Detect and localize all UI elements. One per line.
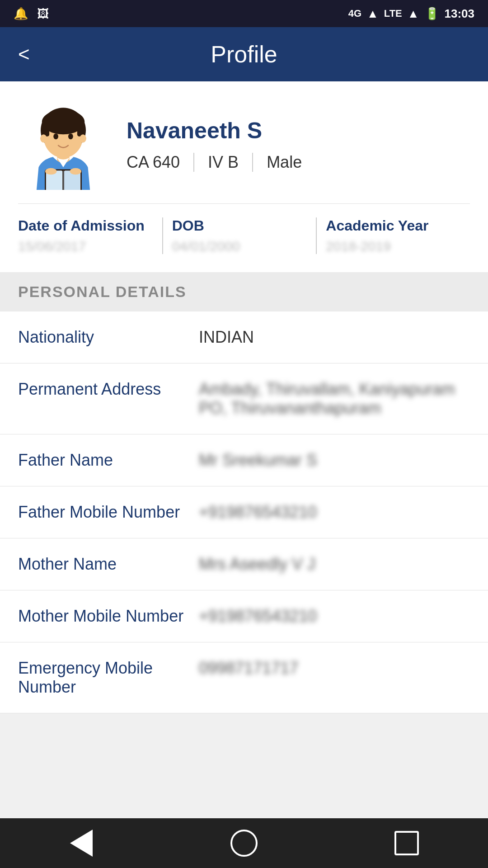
back-nav-button[interactable] <box>63 825 99 861</box>
recents-nav-icon <box>394 831 419 855</box>
academic-year-label: Academic Year <box>326 217 461 234</box>
detail-row: Father NameMr Sreekumar S <box>0 434 488 486</box>
detail-row: Mother Mobile Number+919876543210 <box>0 590 488 642</box>
detail-label-4: Mother Name <box>18 555 199 574</box>
academic-year-value: 2018-2019 <box>326 239 461 254</box>
network-4g-icon: 4G <box>348 8 361 19</box>
notification-icon: 🔔 <box>14 7 28 21</box>
detail-label-3: Father Mobile Number <box>18 503 199 522</box>
detail-value-1: Ambady, Thiruvallam, Kaniyapuram PO, Thi… <box>199 380 470 418</box>
image-icon: 🖼 <box>37 7 49 21</box>
detail-row: Mother NameMrs Aseedly V J <box>0 538 488 590</box>
detail-value-2: Mr Sreekumar S <box>199 451 470 470</box>
profile-info: Navaneeth S CA 640 IV B Male <box>127 118 470 172</box>
svg-point-5 <box>53 133 58 139</box>
svg-point-8 <box>80 134 86 142</box>
svg-point-6 <box>68 133 73 139</box>
dob-label: DOB <box>172 217 307 234</box>
svg-rect-4 <box>77 122 84 137</box>
academic-year-item: Academic Year 2018-2019 <box>317 217 470 254</box>
profile-section: Navaneeth S CA 640 IV B Male Date of Adm… <box>0 81 488 272</box>
bottom-navigation <box>0 818 488 868</box>
signal-icon-2: ▲ <box>408 7 419 21</box>
detail-label-5: Mother Mobile Number <box>18 607 199 626</box>
detail-value-5: +919876543210 <box>199 607 470 626</box>
profile-top: Navaneeth S CA 640 IV B Male <box>18 99 470 190</box>
back-button[interactable]: < <box>18 43 30 66</box>
app-header: < Profile <box>0 27 488 81</box>
detail-value-3: +919876543210 <box>199 503 470 522</box>
detail-label-2: Father Name <box>18 451 199 470</box>
admission-details-row: Date of Admission 15/06/2017 DOB 04/01/2… <box>18 203 470 254</box>
detail-value-6: 09987171717 <box>199 659 470 678</box>
profile-name: Navaneeth S <box>127 118 470 144</box>
date-of-admission-item: Date of Admission 15/06/2017 <box>18 217 163 254</box>
gender: Male <box>253 153 315 172</box>
status-right: 4G ▲ LTE ▲ 🔋 13:03 <box>348 7 474 21</box>
signal-icon: ▲ <box>367 7 379 21</box>
svg-point-7 <box>40 134 47 142</box>
detail-label-0: Nationality <box>18 328 199 347</box>
profile-meta: CA 640 IV B Male <box>127 153 470 172</box>
class-section: IV B <box>194 153 253 172</box>
recents-nav-button[interactable] <box>389 825 425 861</box>
personal-details-header: PERSONAL DETAILS <box>0 272 488 311</box>
detail-row: NationalityINDIAN <box>0 311 488 363</box>
svg-point-14 <box>45 168 56 175</box>
page-title: Profile <box>211 41 277 68</box>
home-nav-button[interactable] <box>226 825 262 861</box>
svg-point-15 <box>70 168 81 175</box>
roll-number: CA 640 <box>127 153 194 172</box>
detail-value-4: Mrs Aseedly V J <box>199 555 470 574</box>
detail-row: Permanent AddressAmbady, Thiruvallam, Ka… <box>0 363 488 434</box>
dob-item: DOB 04/01/2000 <box>163 217 317 254</box>
status-bar: 🔔 🖼 4G ▲ LTE ▲ 🔋 13:03 <box>0 0 488 27</box>
date-of-admission-value: 15/06/2017 <box>18 239 153 254</box>
status-left: 🔔 🖼 <box>14 7 49 21</box>
dob-value: 04/01/2000 <box>172 239 307 254</box>
battery-icon: 🔋 <box>425 7 439 21</box>
time-display: 13:03 <box>445 7 475 21</box>
home-nav-icon <box>230 830 258 857</box>
detail-value-0: INDIAN <box>199 328 470 347</box>
date-of-admission-label: Date of Admission <box>18 217 153 234</box>
detail-row: Father Mobile Number+919876543210 <box>0 486 488 538</box>
detail-label-1: Permanent Address <box>18 380 199 399</box>
back-nav-icon <box>70 830 93 857</box>
personal-details-section: NationalityINDIANPermanent AddressAmbady… <box>0 311 488 713</box>
detail-label-6: Emergency Mobile Number <box>18 659 199 697</box>
avatar <box>18 99 108 190</box>
lte-icon: LTE <box>384 8 402 19</box>
svg-rect-3 <box>42 122 49 137</box>
detail-row: Emergency Mobile Number09987171717 <box>0 642 488 713</box>
